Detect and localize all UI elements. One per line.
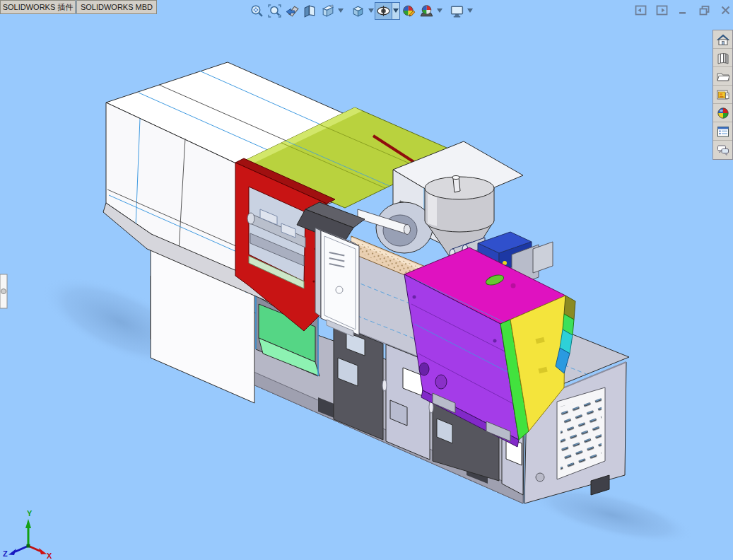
view-settings-dropdown[interactable] (466, 2, 474, 20)
custom-properties-icon (716, 124, 730, 139)
close-button[interactable] (719, 4, 732, 16)
view-orientation-dropdown[interactable] (336, 2, 344, 20)
view-palette-icon (716, 88, 730, 102)
appearances-sphere-icon (716, 106, 730, 120)
previous-view-button[interactable] (283, 2, 301, 20)
window-controls (634, 4, 732, 16)
x-axis-label: X (47, 552, 52, 560)
display-style-button[interactable] (349, 2, 367, 20)
edit-appearance-button[interactable] (400, 2, 418, 20)
hide-show-items-dropdown[interactable] (392, 2, 400, 20)
task-pane-item-file-explorer[interactable] (713, 67, 732, 86)
zoom-to-fit-icon (250, 4, 264, 18)
expand-pane-icon (656, 4, 668, 16)
view-orientation-icon (320, 4, 335, 18)
view-settings-button[interactable] (448, 2, 466, 20)
collapse-left-pane-button[interactable] (634, 4, 647, 16)
solidworks-window: Y X Z SOLIDWORKS 插件 SOLIDWORKS MBD (0, 0, 733, 560)
home-icon (716, 33, 730, 47)
view-settings-icon (450, 4, 464, 18)
section-view-button[interactable] (301, 2, 319, 20)
display-style-dropdown[interactable] (367, 2, 375, 20)
heads-up-toolbar (248, 1, 474, 20)
restore-icon (698, 4, 710, 16)
eye-icon (376, 4, 391, 18)
design-library-icon (716, 51, 730, 65)
task-pane-item-appearances[interactable] (713, 104, 732, 122)
expand-right-pane-button[interactable] (655, 4, 668, 16)
forum-chat-icon (716, 143, 730, 157)
zoom-to-area-button[interactable] (266, 2, 283, 20)
task-pane-item-resources[interactable] (713, 30, 732, 49)
folder-icon (716, 69, 730, 83)
close-icon (720, 4, 732, 16)
zoom-to-area-icon (267, 4, 282, 18)
task-pane-item-forum[interactable] (713, 141, 732, 159)
collapse-pane-icon (635, 4, 647, 16)
graphics-area[interactable]: Y X Z (0, 0, 733, 560)
task-pane-item-design-library[interactable] (713, 49, 732, 67)
tab-solidworks-mbd[interactable]: SOLIDWORKS MBD (76, 0, 157, 14)
apply-scene-icon (419, 4, 434, 18)
apply-scene-button[interactable] (418, 2, 435, 20)
task-pane-item-custom-properties[interactable] (713, 122, 732, 141)
minimize-icon (677, 4, 689, 16)
y-axis-label: Y (27, 509, 33, 518)
restore-button[interactable] (698, 4, 710, 16)
display-style-icon (351, 4, 365, 18)
z-axis-label: Z (3, 549, 8, 558)
hide-show-items-button[interactable] (375, 2, 392, 20)
zoom-to-fit-button[interactable] (248, 2, 266, 20)
minimize-button[interactable] (676, 4, 689, 16)
section-view-icon (303, 4, 317, 18)
task-pane-item-view-palette[interactable] (713, 86, 732, 104)
tab-solidworks-addins[interactable]: SOLIDWORKS 插件 (0, 0, 76, 14)
collapsed-panel-tab[interactable] (0, 274, 7, 308)
previous-view-icon (285, 4, 300, 18)
edit-appearance-icon (401, 4, 416, 18)
view-orientation-button[interactable] (319, 2, 336, 20)
apply-scene-dropdown[interactable] (435, 2, 443, 20)
task-pane (713, 30, 733, 160)
